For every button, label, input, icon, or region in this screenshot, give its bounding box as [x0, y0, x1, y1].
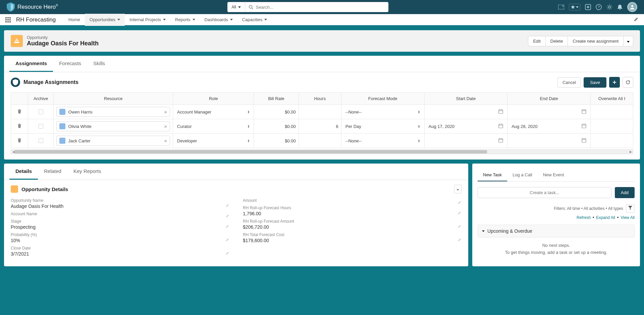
- bill-rate-cell[interactable]: $0.00: [254, 119, 299, 134]
- role-select[interactable]: Developer▲▼: [176, 138, 251, 143]
- tab-keyreports[interactable]: Key Reports: [67, 164, 107, 180]
- clear-resource-icon[interactable]: ×: [164, 109, 167, 115]
- create-assignment-button[interactable]: Create new assignment: [568, 36, 624, 46]
- start-date-input[interactable]: [427, 109, 505, 115]
- favorites-dropdown[interactable]: [569, 4, 580, 10]
- edit-field-pencil-icon[interactable]: [226, 214, 229, 219]
- notifications-bell-icon[interactable]: [617, 4, 623, 10]
- filter-funnel-icon[interactable]: [626, 204, 635, 213]
- delete-row-icon[interactable]: [17, 110, 22, 115]
- edit-field-pencil-icon[interactable]: [458, 238, 462, 242]
- record-actions: Edit Delete Create new assignment: [528, 36, 633, 46]
- edit-field-pencil-icon[interactable]: [226, 238, 229, 242]
- clear-resource-icon[interactable]: ×: [164, 138, 167, 144]
- search-input[interactable]: [256, 5, 385, 10]
- end-date-input[interactable]: Aug 28, 2020: [510, 124, 588, 129]
- chevron-down-icon[interactable]: [230, 19, 233, 20]
- nav-home[interactable]: Home: [64, 14, 85, 26]
- nav-internal-projects[interactable]: Internal Projects: [125, 14, 170, 26]
- delete-row-icon[interactable]: [17, 124, 22, 129]
- resource-lookup[interactable]: Olivia White×: [56, 121, 170, 131]
- nav-capacities[interactable]: Capacities: [237, 14, 272, 26]
- archive-checkbox[interactable]: [39, 109, 43, 114]
- role-select[interactable]: Account Manager▲▼: [176, 109, 251, 115]
- end-date-input[interactable]: [510, 109, 588, 115]
- tab-skills[interactable]: Skills: [87, 56, 111, 72]
- edit-nav-pencil-icon[interactable]: [634, 17, 639, 23]
- tab-logcall[interactable]: Log a Call: [507, 169, 538, 181]
- bill-rate-cell[interactable]: $0.00: [254, 105, 299, 119]
- delete-row-icon[interactable]: [17, 139, 22, 144]
- card-icon[interactable]: [558, 5, 564, 9]
- setup-gear-icon[interactable]: [606, 4, 612, 10]
- app-launcher-icon[interactable]: [5, 17, 11, 22]
- tab-forecasts[interactable]: Forecasts: [53, 56, 87, 72]
- forecast-mode-select[interactable]: --None--▲▼: [344, 109, 422, 115]
- horizontal-scrollbar[interactable]: ◀ ▶: [11, 149, 633, 154]
- edit-field-pencil-icon[interactable]: [458, 224, 462, 229]
- calendar-icon[interactable]: [498, 138, 503, 144]
- edit-field-pencil-icon[interactable]: [226, 224, 229, 229]
- view-all-link[interactable]: View All: [621, 215, 635, 220]
- nav-reports[interactable]: Reports: [170, 14, 200, 26]
- resource-name: Olivia White: [68, 124, 91, 129]
- chevron-down-icon[interactable]: [193, 19, 195, 20]
- calendar-icon[interactable]: [582, 109, 586, 115]
- tab-related[interactable]: Related: [38, 164, 67, 180]
- calendar-icon[interactable]: [582, 138, 586, 144]
- delete-button[interactable]: Delete: [546, 36, 568, 46]
- start-date-input[interactable]: Aug 17, 2020: [427, 124, 505, 129]
- chevron-down-icon[interactable]: [117, 19, 120, 20]
- add-icon[interactable]: [585, 4, 591, 10]
- role-select[interactable]: Curator▲▼: [176, 124, 251, 129]
- archive-checkbox[interactable]: [39, 124, 43, 129]
- overwrite-cell[interactable]: [590, 119, 633, 134]
- global-search[interactable]: All: [227, 2, 388, 12]
- tab-assignments[interactable]: Assignments: [9, 56, 53, 72]
- archive-checkbox[interactable]: [39, 138, 43, 143]
- hours-cell[interactable]: [299, 134, 341, 148]
- calendar-icon[interactable]: [498, 109, 503, 115]
- forecast-mode-select[interactable]: --None--▲▼: [344, 138, 422, 143]
- refresh-link[interactable]: Refresh: [577, 215, 591, 220]
- chevron-down-icon[interactable]: [163, 19, 166, 20]
- clear-resource-icon[interactable]: ×: [164, 124, 167, 129]
- add-task-button[interactable]: Add: [615, 187, 635, 198]
- tab-newtask[interactable]: New Task: [478, 169, 507, 181]
- edit-field-pencil-icon[interactable]: [226, 251, 229, 256]
- edit-field-pencil-icon[interactable]: [458, 211, 462, 216]
- calendar-icon[interactable]: [582, 124, 586, 129]
- edit-field-pencil-icon[interactable]: [458, 200, 462, 205]
- hours-cell[interactable]: 6: [299, 119, 341, 134]
- edit-field-pencil-icon[interactable]: [226, 204, 229, 208]
- save-button[interactable]: Save: [584, 77, 606, 88]
- edit-button[interactable]: Edit: [528, 36, 545, 46]
- resource-lookup[interactable]: Owen Harris×: [56, 107, 170, 117]
- search-filter-dropdown[interactable]: All: [227, 2, 245, 12]
- upcoming-section-toggle[interactable]: Upcoming & Overdue: [478, 225, 635, 237]
- help-icon[interactable]: ?: [596, 4, 602, 10]
- start-date-input[interactable]: [427, 138, 505, 144]
- nav-opportunities[interactable]: Opportunities: [85, 14, 125, 26]
- tab-details[interactable]: Details: [9, 164, 38, 180]
- bill-rate-cell[interactable]: $0.00: [254, 134, 299, 148]
- expand-all-link[interactable]: Expand All: [596, 215, 615, 220]
- resource-lookup[interactable]: Jack Carter×: [56, 136, 170, 146]
- add-row-button[interactable]: [609, 77, 620, 88]
- tab-newevent[interactable]: New Event: [538, 169, 570, 181]
- hours-cell[interactable]: [299, 105, 341, 119]
- forecast-mode-select[interactable]: Per Day▲▼: [344, 124, 422, 129]
- end-date-input[interactable]: [510, 138, 588, 144]
- user-avatar[interactable]: [627, 2, 637, 12]
- section-collapse-icon[interactable]: [454, 185, 462, 193]
- calendar-icon[interactable]: [498, 124, 503, 129]
- overwrite-cell[interactable]: [590, 134, 633, 148]
- refresh-button[interactable]: [623, 77, 633, 88]
- chevron-down-icon[interactable]: [264, 19, 267, 20]
- overwrite-cell[interactable]: [590, 105, 633, 119]
- more-actions-dropdown[interactable]: [624, 36, 633, 46]
- cancel-button[interactable]: Cancel: [557, 77, 581, 88]
- no-steps-line2: To get things moving, add a task or set …: [482, 249, 630, 256]
- create-task-input[interactable]: [478, 187, 611, 198]
- nav-dashboards[interactable]: Dashboards: [200, 14, 237, 26]
